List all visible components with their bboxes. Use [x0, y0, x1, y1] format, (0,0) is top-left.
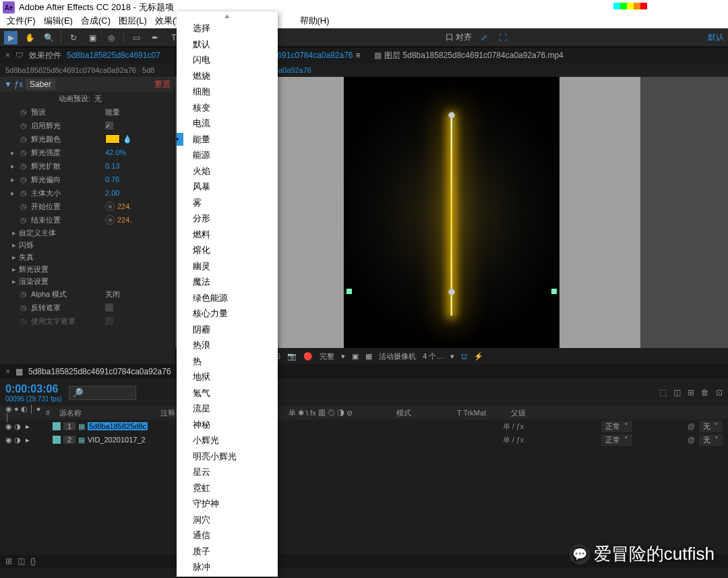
- dropdown-item[interactable]: 洞穴: [177, 512, 278, 528]
- dropdown-item[interactable]: 燃料: [177, 227, 278, 243]
- dropdown-item[interactable]: 细胞: [177, 84, 278, 100]
- 3d-icon[interactable]: ▦: [365, 352, 372, 361]
- pen-tool-icon[interactable]: ✒: [148, 31, 162, 45]
- tl-toggle-icon[interactable]: ◫: [18, 556, 25, 566]
- layer-tab-name[interactable]: 5d8ba185825d8c4691c0784ca0a92a76.mp4: [403, 51, 564, 60]
- blend-mode-dropdown[interactable]: 正常 ˅: [601, 421, 632, 432]
- stopwatch-icon[interactable]: ◷: [20, 148, 28, 157]
- selection-tool-icon[interactable]: ▶: [4, 31, 18, 45]
- dropdown-item[interactable]: 能源: [177, 147, 278, 163]
- switch-icon[interactable]: 单 / ƒx: [503, 435, 597, 445]
- timeline-search[interactable]: [69, 386, 136, 400]
- tl-tool-icon[interactable]: ⊡: [716, 388, 723, 397]
- tl-tool-icon[interactable]: ⬚: [659, 388, 667, 397]
- anchor-tool-icon[interactable]: ◎: [104, 31, 118, 45]
- parent-pickwhip-icon[interactable]: @: [688, 422, 695, 430]
- stopwatch-icon[interactable]: ◷: [20, 162, 28, 171]
- col-trkmat[interactable]: T TrkMat: [457, 409, 511, 417]
- disclosure-icon[interactable]: ▸: [26, 436, 30, 444]
- dropdown-item[interactable]: 守护神: [177, 496, 278, 512]
- eyedropper-icon[interactable]: 💧: [123, 135, 132, 144]
- stopwatch-icon[interactable]: ◷: [20, 135, 28, 144]
- channel-icon[interactable]: 🔴: [303, 352, 313, 361]
- menu-layer[interactable]: 图层(L): [115, 15, 151, 28]
- group-distort[interactable]: 失真: [19, 252, 34, 262]
- switch-icon[interactable]: 单 / ƒx: [503, 422, 597, 432]
- dropdown-item[interactable]: 核心力量: [177, 306, 278, 322]
- menu-composition[interactable]: 合成(C): [77, 15, 115, 28]
- dropdown-item[interactable]: 燃烧: [177, 68, 278, 84]
- group-flicker[interactable]: 闪烁: [19, 240, 34, 250]
- dropdown-item[interactable]: 绿色能源: [177, 290, 278, 306]
- visibility-icon[interactable]: ◉ ◑: [5, 422, 26, 431]
- prop-preset-val[interactable]: 能量: [105, 107, 120, 117]
- camera-tool-icon[interactable]: ▣: [86, 31, 99, 45]
- stopwatch-icon[interactable]: ◷: [20, 290, 28, 299]
- panel-close-icon[interactable]: ×: [5, 51, 10, 60]
- label-color-swatch[interactable]: [53, 422, 61, 430]
- parent-dropdown[interactable]: 无 ˅: [699, 434, 723, 446]
- snap-icon[interactable]: ⤢: [477, 31, 491, 45]
- bbox-handle-icon[interactable]: [551, 289, 557, 294]
- blend-mode-dropdown[interactable]: 正常 ˅: [601, 434, 632, 446]
- dropdown-item[interactable]: 热浪: [177, 337, 278, 353]
- dropdown-item[interactable]: 熔化: [177, 242, 278, 258]
- glow-color-swatch[interactable]: [105, 134, 120, 144]
- dropdown-item[interactable]: 流星: [177, 401, 278, 417]
- stopwatch-icon[interactable]: ◷: [20, 304, 28, 312]
- stopwatch-icon[interactable]: ◷: [20, 121, 28, 130]
- disclosure-icon[interactable]: ▸: [11, 175, 15, 184]
- end-handle[interactable]: [448, 289, 455, 295]
- dropdown-item[interactable]: 星云: [177, 464, 278, 480]
- panel-close-icon[interactable]: ×: [5, 367, 10, 376]
- tl-tool-icon[interactable]: ◫: [673, 388, 681, 397]
- group-custom-core[interactable]: 自定义主体: [19, 228, 56, 238]
- glow-bias-val[interactable]: 0.76: [105, 175, 119, 183]
- dropdown-item[interactable]: 小辉光: [177, 432, 278, 449]
- dropdown-item[interactable]: 分形: [177, 210, 278, 227]
- dropdown-item[interactable]: 杀人魔: [177, 575, 278, 577]
- dropdown-item[interactable]: 闪电: [177, 52, 278, 68]
- parent-pickwhip-icon[interactable]: @: [688, 436, 695, 444]
- invert-matte-checkbox[interactable]: [105, 304, 113, 312]
- snap-toggle[interactable]: 口 对齐: [446, 32, 472, 43]
- dropdown-item[interactable]: 神秘: [177, 417, 278, 433]
- dropdown-item[interactable]: 默认: [177, 36, 278, 53]
- label-color-swatch[interactable]: [53, 436, 61, 444]
- menu-help[interactable]: 帮助(H): [296, 15, 334, 28]
- dropdown-item[interactable]: 能量: [177, 132, 278, 148]
- camera-dropdown[interactable]: 活动摄像机: [379, 351, 416, 362]
- timeline-layer-row[interactable]: ◉ ◑▸1▦5d8ba185825d8c单 / ƒx正常 ˅@无 ˅: [0, 420, 728, 433]
- stopwatch-icon[interactable]: ◷: [20, 202, 28, 211]
- disclosure-icon[interactable]: ▸: [11, 148, 15, 157]
- crosshair-icon[interactable]: ⊕: [105, 202, 115, 211]
- col-parent[interactable]: 父级: [511, 408, 526, 418]
- tl-tool-icon[interactable]: ⊞: [688, 388, 694, 397]
- stopwatch-icon[interactable]: ◷: [20, 175, 28, 184]
- stopwatch-icon[interactable]: ◷: [20, 108, 28, 117]
- sub-icon[interactable]: ▾: [450, 352, 454, 361]
- views-dropdown[interactable]: 4 个…: [423, 351, 444, 362]
- transparency-icon[interactable]: ▣: [352, 352, 359, 361]
- menu-file[interactable]: 文件(F): [3, 15, 40, 28]
- dropdown-item[interactable]: 选择: [177, 20, 278, 36]
- workspace-default[interactable]: 默认: [708, 32, 724, 43]
- disclosure-icon[interactable]: ▸: [26, 422, 30, 431]
- glow-spread-val[interactable]: 0.13: [105, 162, 119, 170]
- disclosure-icon[interactable]: ▸: [12, 241, 16, 250]
- layer-name[interactable]: 5d8ba185825d8c: [88, 422, 148, 430]
- effect-header[interactable]: ▼ ƒx Saber 重置: [0, 77, 175, 92]
- effect-name[interactable]: Saber: [26, 79, 55, 90]
- dropdown-item[interactable]: 火焰: [177, 163, 278, 179]
- zoom-tool-icon[interactable]: 🔍: [42, 31, 55, 45]
- dropdown-item[interactable]: 风暴: [177, 179, 278, 195]
- disclosure-icon[interactable]: ▸: [11, 162, 15, 171]
- disclosure-icon[interactable]: ▸: [12, 253, 16, 262]
- snap2-icon[interactable]: ⛶: [496, 31, 510, 45]
- group-glow-settings[interactable]: 辉光设置: [19, 264, 49, 274]
- layer-name[interactable]: VID_20201017_2: [88, 436, 146, 444]
- snapshot-icon[interactable]: 📷: [287, 352, 297, 361]
- dropdown-item[interactable]: 氪气: [177, 385, 278, 401]
- region-icon[interactable]: ▾: [341, 352, 345, 361]
- alpha-mode-val[interactable]: 关闭: [105, 289, 120, 299]
